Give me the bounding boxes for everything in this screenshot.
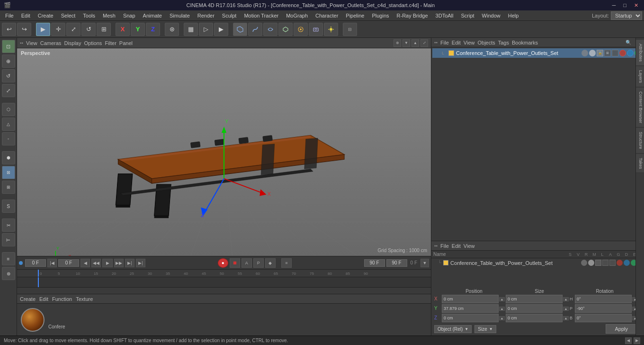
h-rot-input[interactable] xyxy=(575,295,632,303)
camera-btn[interactable] xyxy=(309,23,323,36)
world-coord-btn[interactable]: ⊛ xyxy=(165,23,179,36)
spline-btn[interactable] xyxy=(248,23,262,36)
menu-motion-tracker[interactable]: Motion Tracker xyxy=(241,12,282,19)
tl-position-key[interactable]: P xyxy=(253,258,264,268)
axis-z-btn[interactable]: Z xyxy=(146,23,160,36)
end-frame-input[interactable]: 90 F xyxy=(364,259,385,267)
menu-create[interactable]: Create xyxy=(35,12,57,19)
material-sphere[interactable] xyxy=(21,308,45,332)
menu-mesh[interactable]: Mesh xyxy=(99,12,119,19)
menu-script[interactable]: Script xyxy=(457,12,477,19)
tl-prev-frame[interactable]: ◀ xyxy=(80,259,90,267)
menu-vray[interactable]: R-Ray Bridge xyxy=(394,12,431,19)
axis-y-btn[interactable]: Y xyxy=(131,23,145,36)
z-pos-spin[interactable]: ▲ xyxy=(499,316,505,320)
timeline-track[interactable] xyxy=(17,277,431,288)
omgr-file-menu[interactable]: File xyxy=(440,40,449,45)
tl-play-fwd[interactable]: ▶▶ xyxy=(114,259,124,267)
vp-menu-view[interactable]: View xyxy=(26,40,37,46)
undo-btn[interactable]: ↩ xyxy=(2,23,16,36)
x-pos-spin-up[interactable]: ▲ xyxy=(499,297,505,301)
tl-go-end[interactable]: ▶| xyxy=(136,259,145,267)
omgr-tags-menu[interactable]: Tags xyxy=(498,40,509,45)
tl-play-back[interactable]: ◀◀ xyxy=(91,259,101,267)
b-rot-input[interactable] xyxy=(575,314,632,322)
knife-btn[interactable]: ✂ xyxy=(2,218,15,232)
menu-select[interactable]: Select xyxy=(58,12,79,19)
polygon-mode-btn[interactable]: ⬡ xyxy=(2,103,15,116)
viewport-area[interactable]: ▪▪ View Cameras Display Options Filter P… xyxy=(17,38,431,256)
current-frame-input[interactable]: 0 F xyxy=(25,259,46,267)
menu-plugins[interactable]: Plugins xyxy=(368,12,392,19)
vtab-structure[interactable]: Structure xyxy=(636,128,644,154)
vtab-attributes[interactable]: Attributes xyxy=(636,40,644,66)
texture-mode-btn[interactable]: ⊠ xyxy=(2,166,15,179)
menu-snap[interactable]: Snap xyxy=(120,12,139,19)
nurbs-btn[interactable] xyxy=(263,23,277,36)
omgr-objects-menu[interactable]: Objects xyxy=(477,40,495,45)
menu-help[interactable]: Help xyxy=(505,12,522,19)
omgr-search-btn[interactable]: 🔍 xyxy=(625,39,632,46)
omgr-view-menu[interactable]: View xyxy=(464,40,475,45)
edge-mode-btn[interactable]: △ xyxy=(2,118,15,131)
scene-obj-btn[interactable] xyxy=(294,23,308,36)
maximize-btn[interactable]: □ xyxy=(621,2,628,9)
menu-mograph[interactable]: MoGraph xyxy=(283,12,311,19)
menu-sculpt[interactable]: Sculpt xyxy=(219,12,240,19)
obj-visibility-icon[interactable]: L xyxy=(442,51,447,55)
vtab-takes[interactable]: Takes xyxy=(636,154,644,173)
menu-tools[interactable]: Tools xyxy=(80,12,98,19)
rotate-tool[interactable]: ↺ xyxy=(81,23,96,36)
object-rel-dropdown[interactable]: Object (Rel) ▼ xyxy=(434,325,472,333)
move-obj-btn[interactable]: ⊕ xyxy=(2,54,15,68)
tl-go-start[interactable]: |◀ xyxy=(47,259,57,267)
render-prev-btn[interactable]: ▷ xyxy=(199,23,213,36)
omgr-edit-menu[interactable]: Edit xyxy=(452,40,461,45)
vp-menu-cameras[interactable]: Cameras xyxy=(40,40,62,46)
menu-render[interactable]: Render xyxy=(194,12,218,19)
menu-file[interactable]: File xyxy=(2,12,17,19)
axis-x-btn[interactable]: X xyxy=(116,23,130,36)
statusbar-scroll-left[interactable]: ◀ xyxy=(625,337,632,344)
y-pos-spin[interactable]: ▲ xyxy=(499,307,505,311)
vp-menu-panel[interactable]: Panel xyxy=(119,40,133,46)
x-pos-input[interactable] xyxy=(442,295,499,303)
menu-animate[interactable]: Animate xyxy=(140,12,165,19)
layer-btn[interactable]: ≡ xyxy=(2,252,15,265)
z-pos-input[interactable] xyxy=(442,314,499,322)
redo-btn[interactable]: ↪ xyxy=(17,23,31,36)
select-tool[interactable]: ▶ xyxy=(36,23,50,36)
cube-btn[interactable] xyxy=(233,23,247,36)
vp-menu-filter[interactable]: Filter xyxy=(105,40,116,46)
live-select-btn[interactable]: ⊡ xyxy=(2,40,15,53)
vtab-content-browser[interactable]: Content Browser xyxy=(636,88,644,127)
object-item-row[interactable]: L Conference_Table_with_Power_Outlets_Se… xyxy=(432,48,643,58)
render-btn[interactable]: ▶ xyxy=(214,23,228,36)
floor-btn[interactable]: ⊟ xyxy=(343,23,357,36)
tl-record-btn[interactable]: ● xyxy=(218,258,228,268)
magnet-btn[interactable]: S xyxy=(2,200,15,213)
point-mode-btn[interactable]: ◦ xyxy=(2,132,15,145)
axis-mode-btn[interactable]: ⊞ xyxy=(2,181,15,194)
light-btn[interactable] xyxy=(324,23,338,36)
vtab-layers[interactable]: Layers xyxy=(636,66,644,87)
y-size-input[interactable] xyxy=(506,304,563,313)
tl-record-stop[interactable]: ⏹ xyxy=(230,258,240,268)
mat-create-menu[interactable]: Create xyxy=(20,296,36,302)
vp-menu-display[interactable]: Display xyxy=(64,40,81,46)
menu-pipeline[interactable]: Pipeline xyxy=(342,12,367,19)
mat-function-menu[interactable]: Function xyxy=(52,296,72,302)
menu-3dtoall[interactable]: 3DToAll xyxy=(432,12,457,19)
end-frame-input2[interactable]: 90 F xyxy=(386,259,407,267)
minimize-btn[interactable]: ─ xyxy=(610,2,618,9)
menu-window[interactable]: Window xyxy=(479,12,504,19)
vp-nav-btn1[interactable]: ⊕ xyxy=(394,39,401,47)
menu-simulate[interactable]: Simulate xyxy=(166,12,193,19)
attr-file-menu[interactable]: File xyxy=(440,243,449,249)
y-size-spin[interactable]: ▲ xyxy=(563,307,569,311)
move-tool[interactable]: ✛ xyxy=(51,23,65,36)
transform-tool[interactable]: ⊞ xyxy=(97,23,111,36)
mat-texture-menu[interactable]: Texture xyxy=(76,296,93,302)
p-rot-input[interactable] xyxy=(575,304,632,313)
display-btn[interactable]: ⊛ xyxy=(2,267,15,280)
